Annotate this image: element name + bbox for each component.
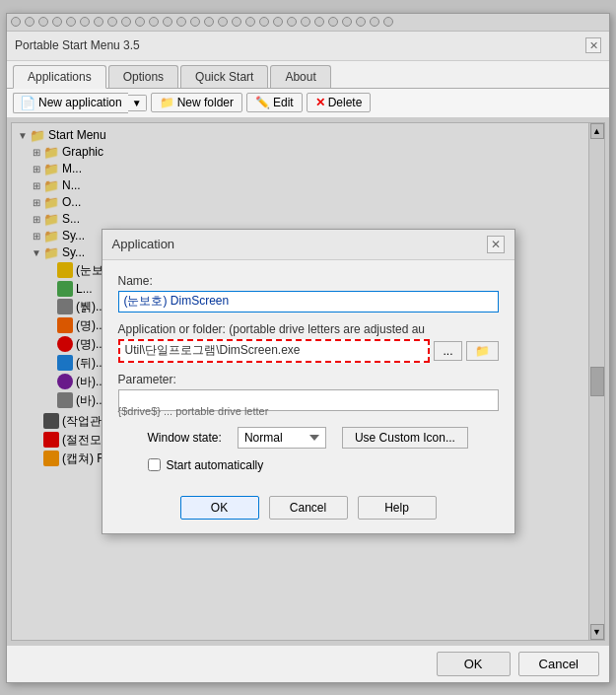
spiral-bar — [7, 14, 609, 32]
spiral-21 — [287, 17, 297, 27]
spiral-4 — [52, 17, 62, 27]
title-bar: Portable Start Menu 3.5 ✕ — [7, 32, 609, 61]
autostart-label: Start automatically — [167, 458, 264, 472]
new-application-button-group: 📄 New application ▼ — [13, 93, 147, 113]
path-input-wrapper — [118, 339, 431, 363]
autostart-row: Start automatically — [118, 458, 499, 472]
path-label: Application or folder: (portable drive l… — [118, 322, 499, 336]
spiral-13 — [176, 17, 186, 27]
dialog-footer: OK Cancel Help — [103, 486, 514, 533]
dialog-cancel-button[interactable]: Cancel — [269, 496, 348, 520]
application-dialog: Application ✕ Name: Application or folde… — [102, 229, 515, 534]
new-folder-label: New folder — [177, 96, 234, 109]
dialog-title-bar: Application ✕ — [103, 230, 514, 260]
name-label: Name: — [118, 274, 499, 288]
window-state-label: Window state: — [148, 431, 222, 445]
spiral-22 — [301, 17, 310, 27]
spiral-9 — [121, 17, 131, 27]
spiral-2 — [25, 17, 34, 27]
spiral-6 — [80, 17, 90, 27]
dialog-ok-button[interactable]: OK — [180, 496, 259, 520]
bottom-bar: OK Cancel — [7, 645, 609, 682]
main-window: Portable Start Menu 3.5 ✕ Applications O… — [6, 13, 610, 683]
dialog-help-button[interactable]: Help — [358, 496, 437, 520]
window-state-row: Window state: Normal Minimized Maximized… — [118, 427, 499, 449]
window-state-select[interactable]: Normal Minimized Maximized Hidden — [238, 427, 326, 449]
delete-icon: ✕ — [315, 96, 325, 109]
path-input[interactable] — [118, 339, 431, 363]
new-application-dropdown[interactable]: ▼ — [128, 95, 147, 111]
spiral-15 — [204, 17, 214, 27]
tab-options[interactable]: Options — [108, 65, 178, 88]
spiral-8 — [107, 17, 117, 27]
path-browse-button[interactable]: ... — [434, 341, 461, 361]
name-input[interactable] — [118, 291, 499, 313]
autostart-checkbox[interactable] — [148, 458, 161, 471]
spiral-5 — [66, 17, 76, 27]
dialog-title: Application — [112, 237, 175, 251]
tab-bar: Applications Options Quick Start About — [7, 61, 609, 89]
param-field-group: Parameter: {$drive$} ... portable drive … — [118, 373, 499, 417]
tab-quickstart[interactable]: Quick Start — [180, 65, 268, 88]
spiral-12 — [163, 17, 172, 27]
spiral-10 — [135, 17, 145, 27]
spiral-24 — [328, 17, 338, 27]
window-title: Portable Start Menu 3.5 — [15, 38, 140, 52]
spiral-14 — [190, 17, 200, 27]
toolbar: 📄 New application ▼ 📁 New folder ✏️ Edit… — [7, 89, 609, 118]
path-folder-button[interactable]: 📁 — [466, 341, 499, 361]
window-close-button[interactable]: ✕ — [585, 37, 601, 53]
spiral-25 — [342, 17, 352, 27]
main-ok-button[interactable]: OK — [437, 652, 511, 676]
edit-icon: ✏️ — [255, 96, 270, 109]
path-field-group: Application or folder: (portable drive l… — [118, 322, 499, 363]
tab-about[interactable]: About — [270, 65, 330, 88]
spiral-26 — [356, 17, 366, 27]
spiral-16 — [218, 17, 228, 27]
delete-label: Delete — [328, 96, 363, 109]
new-application-button[interactable]: 📄 New application — [13, 93, 128, 113]
dialog-body: Name: Application or folder: (portable d… — [103, 260, 514, 486]
name-field-group: Name: — [118, 274, 499, 313]
new-doc-icon: 📄 — [20, 96, 35, 110]
new-folder-button[interactable]: 📁 New folder — [151, 93, 242, 112]
new-application-label: New application — [38, 96, 122, 109]
path-row: ... 📁 — [118, 339, 499, 363]
spiral-23 — [314, 17, 324, 27]
spiral-7 — [94, 17, 103, 27]
content-area: ▼ 📁 Start Menu ⊞ 📁 Graphic ⊞ 📁 M... ⊞ — [7, 118, 609, 645]
spiral-11 — [149, 17, 159, 27]
delete-button[interactable]: ✕ Delete — [307, 93, 372, 112]
spiral-1 — [11, 17, 21, 27]
modal-overlay: Application ✕ Name: Application or folde… — [7, 118, 609, 645]
dialog-close-button[interactable]: ✕ — [487, 236, 505, 253]
spiral-19 — [259, 17, 269, 27]
param-label: Parameter: — [118, 373, 499, 386]
edit-label: Edit — [273, 96, 294, 109]
main-cancel-button[interactable]: Cancel — [518, 652, 599, 676]
spiral-27 — [370, 17, 379, 27]
tab-applications[interactable]: Applications — [13, 65, 106, 89]
spiral-3 — [38, 17, 48, 27]
edit-button[interactable]: ✏️ Edit — [246, 93, 303, 112]
folder-icon: 📁 — [160, 96, 174, 109]
spiral-20 — [273, 17, 283, 27]
spiral-18 — [245, 17, 255, 27]
spiral-28 — [383, 17, 393, 27]
spiral-17 — [232, 17, 241, 27]
custom-icon-button[interactable]: Use Custom Icon... — [342, 427, 468, 449]
